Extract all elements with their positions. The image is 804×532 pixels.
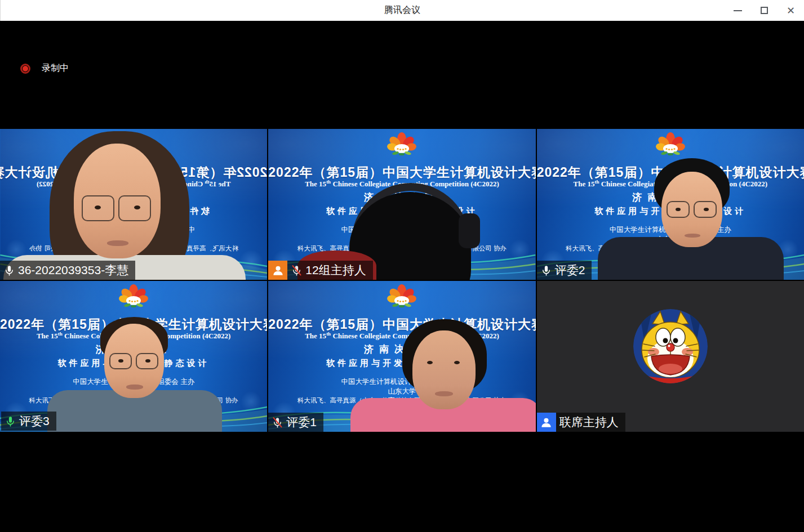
close-icon: ✕ [787,6,795,16]
participant-name: 评委1 [286,414,317,430]
participant-name: 评委3 [19,413,50,429]
window-title: 腾讯会议 [1,5,804,16]
video-tile-lihui[interactable]: 2022年（第15届）中国大学生计算机设计大赛 The 15th Chinese… [0,129,267,280]
participant-video-group12-host [268,129,535,280]
participant-name: 36-2022039353-李慧 [18,262,128,278]
video-tile-judge1[interactable]: 2022年（第15届）中国大学生计算机设计大赛 The 15th Chinese… [268,281,535,432]
video-tile-cohost[interactable]: 联席主持人 [537,281,804,432]
window-controls: ✕ [725,0,804,21]
mic-speaking-icon [5,415,16,427]
mic-muted-icon [272,417,283,428]
recording-indicator: 录制中 [20,62,69,74]
participant-label: 评委2 [537,261,592,280]
participant-label: 联席主持人 [556,413,625,432]
participant-name: 联席主持人 [559,414,619,430]
participant-label: 评委1 [268,413,323,432]
mic-on-icon [540,265,552,276]
participant-label-row: 联席主持人 [537,413,625,432]
maximize-icon [761,7,768,14]
participant-video-judge2 [537,129,804,280]
host-badge-icon [268,261,287,280]
participant-label-row: 评委3 [1,412,56,431]
meeting-stage: 录制中 2022年（第15届）中国大学生计算机设计大赛 The 15th Chi… [0,21,804,532]
participant-label-row: 36-2022039353-李慧 [0,261,135,280]
cohost-badge-icon [537,413,556,432]
record-icon [20,64,30,74]
video-tile-judge3[interactable]: 2022年（第15届）中国大学生计算机设计大赛 The 15th Chinese… [0,281,267,432]
participant-video-judge1 [268,281,535,432]
video-tile-judge2[interactable]: 2022年（第15届）中国大学生计算机设计大赛 The 15th Chinese… [537,129,804,280]
close-button[interactable]: ✕ [778,0,804,21]
doraemon-avatar [633,309,708,383]
participant-label: 评委3 [1,412,56,431]
participant-label: 36-2022039353-李慧 [0,261,135,280]
participant-name: 评委2 [555,262,585,278]
participant-label: 12组主持人 [287,261,372,280]
recording-label: 录制中 [42,62,69,74]
participant-name: 12组主持人 [305,262,366,278]
meeting-window: 腾讯会议 ✕ 录制中 2022年（第15届）中国大学生计算机设计大赛 The 1… [0,0,804,532]
video-grid: 2022年（第15届）中国大学生计算机设计大赛 The 15th Chinese… [0,129,804,432]
participant-label-row: 评委2 [537,261,592,280]
participant-video-judge3 [0,281,267,432]
maximize-button[interactable] [751,0,778,21]
participant-label-row: 12组主持人 [268,261,372,280]
mic-on-icon [3,265,15,276]
video-tile-group12-host[interactable]: 2022年（第15届）中国大学生计算机设计大赛 The 15th Chinese… [268,129,535,280]
participant-label-row: 评委1 [268,413,323,432]
minimize-icon [734,10,742,11]
window-titlebar: 腾讯会议 ✕ [0,0,804,21]
mic-muted-icon [291,265,303,276]
minimize-button[interactable] [725,0,751,21]
participant-video-lihui [0,129,267,280]
